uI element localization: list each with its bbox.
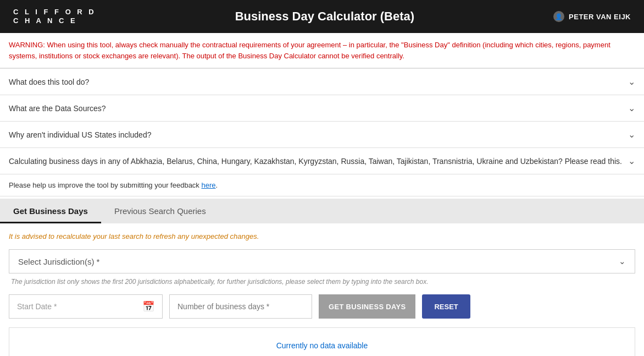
- accordion-label-3: Why aren't individual US States included…: [9, 130, 151, 139]
- accordion-item-4[interactable]: Calculating business days in any of Abkh…: [0, 148, 644, 174]
- accordion-item-2[interactable]: What are the Data Sources? ⌄: [0, 95, 644, 122]
- accordion-label-2: What are the Data Sources?: [9, 104, 106, 113]
- feedback-link[interactable]: here: [201, 181, 215, 189]
- accordion-label-4: Calculating business days in any of Abkh…: [9, 157, 622, 166]
- chevron-down-icon-3: ⌄: [628, 129, 635, 140]
- user-name: PETER VAN EIJK: [569, 13, 631, 21]
- no-data-box: Currently no data available: [9, 327, 635, 356]
- user-icon: 👤: [553, 11, 564, 22]
- accordion-section: What does this tool do? ⌄ What are the D…: [0, 68, 644, 174]
- tab-previous-search-queries[interactable]: Previous Search Queries: [101, 199, 219, 223]
- jurisdiction-select[interactable]: Select Jurisdiction(s) * ⌄: [9, 249, 635, 273]
- feedback-text-before: Please help us improve the tool by submi…: [9, 181, 201, 189]
- feedback-text-after: .: [216, 181, 218, 189]
- accordion-label-1: What does this tool do?: [9, 78, 89, 86]
- business-days-input[interactable]: [169, 294, 312, 319]
- chevron-down-icon-4: ⌄: [628, 156, 635, 166]
- accordion-item-1[interactable]: What does this tool do? ⌄: [0, 68, 644, 95]
- reset-button[interactable]: RESET: [422, 294, 470, 319]
- tab-content: It is advised to recalculate your last s…: [0, 223, 644, 319]
- feedback-bar: Please help us improve the tool by submi…: [0, 174, 644, 196]
- tab-get-business-days[interactable]: Get Business Days: [0, 199, 101, 223]
- logo-line2: C H A N C E: [13, 17, 96, 25]
- advice-text: It is advised to recalculate your last s…: [9, 232, 635, 240]
- jurisdiction-placeholder: Select Jurisdiction(s) *: [18, 257, 99, 266]
- warning-bar: WARNING: When using this tool, always ch…: [0, 33, 644, 68]
- get-business-days-button[interactable]: GET BUSINESS DAYS: [319, 294, 415, 319]
- company-logo: C L I F F O R D C H A N C E: [13, 8, 96, 25]
- no-data-text: Currently no data available: [276, 341, 368, 350]
- chevron-down-icon-1: ⌄: [628, 76, 635, 87]
- user-info: 👤 PETER VAN EIJK: [553, 11, 631, 22]
- calendar-icon: 📅: [142, 300, 154, 313]
- logo-line1: C L I F F O R D: [13, 8, 96, 17]
- tabs-container: Get Business Days Previous Search Querie…: [0, 199, 644, 223]
- start-date-placeholder: Start Date *: [17, 302, 57, 311]
- page-title: Business Day Calculator (Beta): [96, 9, 553, 24]
- jurisdiction-hint: The jurisdiction list only shows the fir…: [9, 278, 635, 286]
- accordion-item-3[interactable]: Why aren't individual US States included…: [0, 122, 644, 148]
- form-row: Start Date * 📅 GET BUSINESS DAYS RESET: [9, 294, 635, 319]
- warning-text: WARNING: When using this tool, always ch…: [9, 41, 610, 60]
- start-date-field[interactable]: Start Date * 📅: [9, 294, 163, 319]
- header: C L I F F O R D C H A N C E Business Day…: [0, 0, 644, 33]
- chevron-down-icon-2: ⌄: [628, 103, 635, 113]
- jurisdiction-chevron-icon: ⌄: [619, 256, 626, 266]
